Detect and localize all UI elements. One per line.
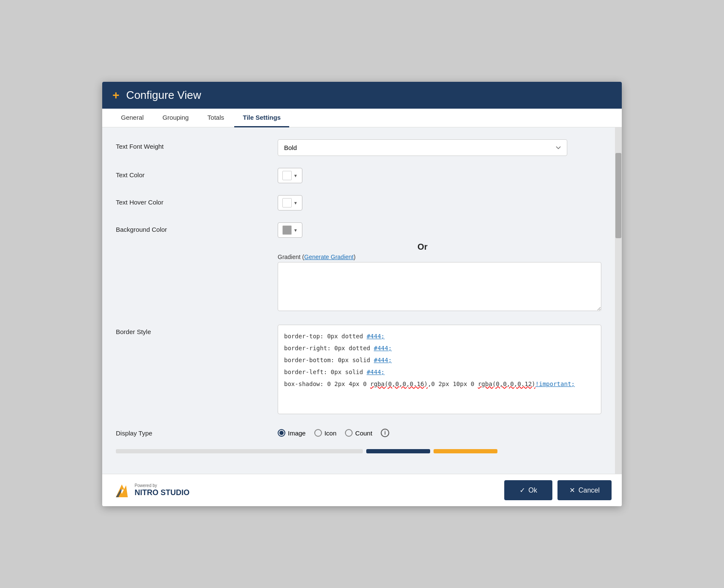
text-hover-color-picker[interactable]: ▼ [278,195,302,210]
border-right-line: border-right: 0px dotted #444; [284,342,595,354]
content-scroll[interactable]: Text Font Weight Bold Normal Light Bolde… [102,127,615,474]
tab-general[interactable]: General [112,109,152,127]
footer-buttons: ✓ Ok ✕ Cancel [504,480,612,500]
border-right-hash: #444; [374,345,392,352]
partial-bar [116,449,601,453]
gradient-label: Gradient (Generate Gradient) [278,254,356,260]
border-bottom-line: border-bottom: 0px solid #444; [284,354,595,366]
text-font-weight-select[interactable]: Bold Normal Light Bolder [278,139,567,156]
nitro-label: NITRO [135,488,158,497]
tabs-bar: General Grouping Totals Tile Settings [102,109,622,127]
background-color-picker[interactable]: ▼ [278,222,302,238]
text-color-swatch [282,171,292,180]
text-hover-color-label: Text Hover Color [116,195,278,206]
partial-bar-item-3 [434,449,497,453]
partial-bar-item-1 [116,449,363,453]
border-style-row: Border Style border-top: 0px dotted #444… [116,325,601,414]
dialog-title: Configure View [126,89,201,102]
box-shadow-rgba2: rgba(0,0,0,0.12) [478,380,535,387]
border-style-label: Border Style [116,325,278,335]
or-text: Or [278,242,567,252]
display-type-count-label: Count [355,429,372,437]
generate-gradient-link[interactable]: Generate Gradient [304,254,353,260]
border-style-textarea[interactable]: border-top: 0px dotted #444; border-righ… [278,325,601,414]
studio-label: STUDIO [158,488,190,497]
text-font-weight-control: Bold Normal Light Bolder [278,139,601,156]
configure-view-dialog: + Configure View General Grouping Totals… [102,82,622,506]
text-color-arrow: ▼ [293,173,298,178]
gradient-textarea[interactable] [278,262,601,311]
partial-bottom-hint [116,449,601,462]
text-hover-color-control: ▼ [278,195,601,210]
tab-tile-settings[interactable]: Tile Settings [234,109,289,127]
scrollbar-track[interactable] [615,127,622,474]
dialog-footer: Powered by NITRO STUDIO ✓ Ok ✕ Cancel [102,474,622,506]
partial-bar-item-2 [366,449,430,453]
scrollbar-thumb[interactable] [615,153,621,238]
cancel-button-label: Cancel [578,487,600,494]
powered-by-label: Powered by [135,483,190,488]
border-left-hash: #444; [367,369,385,375]
border-top-hash: #444; [367,333,385,340]
text-hover-color-arrow: ▼ [293,201,298,205]
display-type-control: Image Icon Count i [278,426,601,437]
cancel-x-icon: ✕ [569,486,575,494]
ok-button[interactable]: ✓ Ok [504,480,552,500]
cancel-button[interactable]: ✕ Cancel [557,480,612,500]
nitro-studio-label: NITRO STUDIO [135,488,190,498]
background-color-swatch [282,225,292,235]
display-type-label: Display Type [116,426,278,437]
border-left-line: border-left: 0px solid #444; [284,366,595,378]
display-type-info-icon[interactable]: i [381,429,389,437]
border-top-line: border-top: 0px dotted #444; [284,330,595,342]
display-type-icon-label: Icon [325,429,336,437]
border-style-control: border-top: 0px dotted #444; border-righ… [278,325,601,414]
display-type-count-radio[interactable] [345,429,353,437]
footer-logo: Powered by NITRO STUDIO [112,481,190,500]
display-type-image-option[interactable]: Image [278,429,306,437]
text-hover-color-swatch [282,198,292,208]
box-shadow-line: box-shadow: 0 2px 4px 0 rgba(0,0,0,0.16)… [284,378,595,390]
background-color-row: Background Color ▼ Or Gradient (Generate… [116,222,601,313]
dialog-body: Text Font Weight Bold Normal Light Bolde… [102,127,622,474]
text-hover-color-row: Text Hover Color ▼ [116,195,601,210]
display-type-row: Display Type Image Icon Coun [116,426,601,437]
text-font-weight-row: Text Font Weight Bold Normal Light Bolde… [116,139,601,156]
text-color-picker[interactable]: ▼ [278,168,302,183]
or-gradient-section: Or Gradient (Generate Gradient) [278,242,601,311]
display-type-image-label: Image [288,429,306,437]
text-color-row: Text Color ▼ [116,168,601,183]
border-bottom-hash: #444; [374,357,392,363]
box-shadow-rgba1: rgba(0,0,0,0.16) [370,380,428,387]
display-type-image-radio[interactable] [278,429,285,437]
background-color-control: ▼ Or Gradient (Generate Gradient) [278,222,601,313]
background-color-label: Background Color [116,222,278,233]
ok-button-label: Ok [529,487,537,494]
dialog-header: + Configure View [102,82,622,109]
logo-text: Powered by NITRO STUDIO [135,483,190,498]
gradient-label-text: Gradient ( [278,254,304,260]
text-font-weight-label: Text Font Weight [116,139,278,150]
display-type-icon-radio[interactable] [314,429,322,437]
plus-icon: + [112,89,119,101]
text-color-control: ▼ [278,168,601,183]
text-color-label: Text Color [116,168,278,179]
background-color-arrow: ▼ [293,228,298,233]
ok-checkmark-icon: ✓ [520,486,525,494]
tab-grouping[interactable]: Grouping [154,109,197,127]
box-shadow-important: !important; [535,380,575,387]
display-type-count-option[interactable]: Count [345,429,372,437]
tab-totals[interactable]: Totals [199,109,233,127]
gradient-close: ) [353,254,356,260]
nitro-logo-icon [112,481,131,500]
display-type-icon-option[interactable]: Icon [314,429,336,437]
display-type-options: Image Icon Count i [278,426,601,437]
